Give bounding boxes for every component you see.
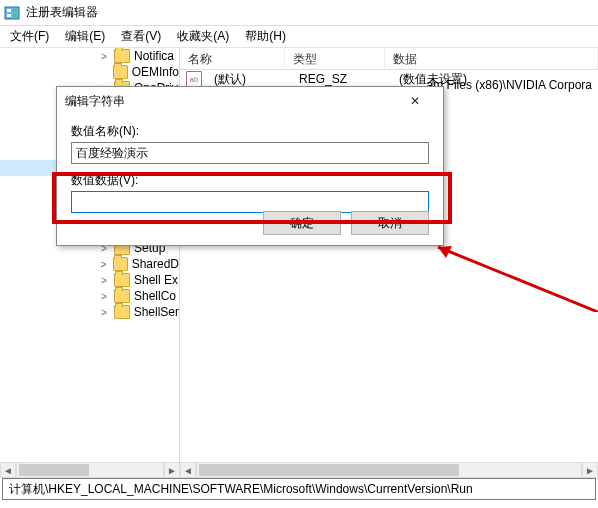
cell-type: REG_SZ	[291, 72, 391, 86]
folder-icon	[114, 289, 130, 303]
folder-icon	[114, 273, 130, 287]
tree-item[interactable]: >ShellCo	[0, 288, 179, 304]
cell-name: (默认)	[206, 71, 291, 88]
ok-button[interactable]: 确定	[263, 211, 341, 235]
tree-item-label: Shell Ex	[134, 273, 178, 287]
tree-scrollbar-horizontal[interactable]: ◄ ►	[0, 462, 180, 478]
cancel-button[interactable]: 取消	[351, 211, 429, 235]
menu-help[interactable]: 帮助(H)	[237, 26, 294, 47]
col-header-name[interactable]: 名称	[180, 48, 285, 69]
window-titlebar: 注册表编辑器	[0, 0, 598, 26]
expand-icon[interactable]: >	[98, 259, 109, 270]
menu-favorites[interactable]: 收藏夹(A)	[169, 26, 237, 47]
list-row-partial: am Files (x86)\NVIDIA Corpora	[421, 76, 598, 94]
expand-icon[interactable]: >	[98, 275, 110, 286]
annotation-arrow	[418, 242, 598, 312]
value-data-label: 数值数据(V):	[71, 172, 429, 189]
dialog-titlebar: 编辑字符串 ✕	[57, 87, 443, 115]
value-data-input[interactable]	[71, 191, 429, 213]
edit-string-dialog: 编辑字符串 ✕ 数值名称(N): 数值数据(V): 确定 取消	[56, 86, 444, 246]
expand-icon[interactable]: >	[98, 307, 110, 318]
expand-icon[interactable]: >	[98, 291, 110, 302]
svg-rect-4	[13, 14, 17, 17]
tree-item[interactable]: >Notifica	[0, 48, 179, 64]
statusbar: 计算机\HKEY_LOCAL_MACHINE\SOFTWARE\Microsof…	[2, 478, 596, 500]
svg-rect-2	[7, 14, 11, 17]
scroll-thumb[interactable]	[199, 464, 459, 476]
string-value-icon: ab	[186, 71, 202, 87]
scroll-right-icon[interactable]: ►	[164, 462, 180, 478]
scroll-right-icon[interactable]: ►	[582, 462, 598, 478]
tree-item-label: OEMInfo	[132, 65, 179, 79]
col-header-type[interactable]: 类型	[285, 48, 385, 69]
folder-icon	[113, 257, 128, 271]
dialog-title: 编辑字符串	[65, 93, 395, 110]
expand-icon[interactable]: >	[98, 51, 110, 62]
tree-item[interactable]: >Shell Ex	[0, 272, 179, 288]
svg-rect-3	[13, 9, 17, 12]
regedit-icon	[4, 5, 20, 21]
menu-file[interactable]: 文件(F)	[2, 26, 57, 47]
tree-item[interactable]: >ShellSer	[0, 304, 179, 320]
scroll-left-icon[interactable]: ◄	[180, 462, 196, 478]
window-title: 注册表编辑器	[26, 4, 98, 21]
scroll-thumb[interactable]	[19, 464, 89, 476]
dialog-close-button[interactable]: ✕	[395, 90, 435, 112]
menu-edit[interactable]: 编辑(E)	[57, 26, 113, 47]
menu-view[interactable]: 查看(V)	[113, 26, 169, 47]
scroll-left-icon[interactable]: ◄	[0, 462, 16, 478]
tree-item[interactable]: OEMInfo	[0, 64, 179, 80]
tree-item-label: SharedD	[132, 257, 179, 271]
svg-rect-1	[7, 9, 11, 12]
menubar: 文件(F) 编辑(E) 查看(V) 收藏夹(A) 帮助(H)	[0, 26, 598, 48]
svg-rect-0	[5, 7, 19, 19]
value-name-label: 数值名称(N):	[71, 123, 429, 140]
folder-icon	[114, 49, 130, 63]
col-header-data[interactable]: 数据	[385, 48, 598, 69]
status-path: 计算机\HKEY_LOCAL_MACHINE\SOFTWARE\Microsof…	[9, 481, 473, 498]
close-icon: ✕	[410, 94, 420, 108]
list-scrollbar-horizontal[interactable]: ◄ ►	[180, 462, 598, 478]
tree-item-label: ShellSer	[134, 305, 179, 319]
svg-line-5	[438, 247, 598, 312]
tree-item-label: Notifica	[134, 49, 174, 63]
list-header: 名称 类型 数据	[180, 48, 598, 70]
folder-icon	[113, 65, 128, 79]
tree-item[interactable]: >SharedD	[0, 256, 179, 272]
folder-icon	[114, 305, 130, 319]
value-name-input[interactable]	[71, 142, 429, 164]
tree-item-label: ShellCo	[134, 289, 176, 303]
